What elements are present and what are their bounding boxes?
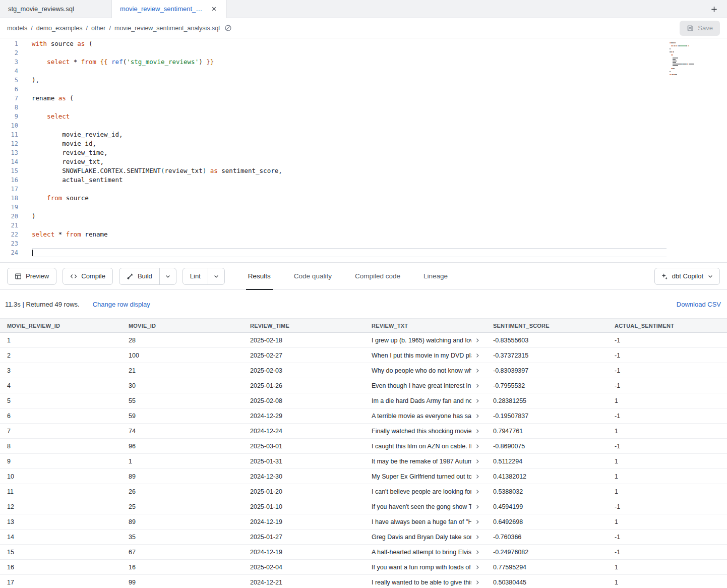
- cell-movie-review-id: 13: [0, 518, 122, 525]
- code-line[interactable]: 7rename as (: [0, 94, 727, 103]
- code-line[interactable]: 9 select: [0, 112, 727, 121]
- code-line[interactable]: 8: [0, 103, 727, 112]
- code-line[interactable]: 13 review_time,: [0, 148, 727, 157]
- tab-results[interactable]: Results: [246, 263, 273, 290]
- code-line[interactable]: 1with source as (: [0, 39, 727, 48]
- code-line[interactable]: 20): [0, 212, 727, 221]
- code-line[interactable]: 4: [0, 67, 727, 76]
- download-csv-link[interactable]: Download CSV: [677, 301, 722, 308]
- code-line[interactable]: 2: [0, 48, 727, 57]
- code-editor[interactable]: 1with source as (23 select * from {{ ref…: [0, 38, 727, 263]
- review-text: If you want a fun romp with loads of s…: [372, 564, 471, 571]
- build-button[interactable]: Build: [119, 268, 159, 284]
- code-line[interactable]: 15 SNOWFLAKE.CORTEX.SENTIMENT(review_txt…: [0, 166, 727, 175]
- cell-movie-id: 89: [122, 518, 243, 525]
- code-line[interactable]: 16 actual_sentiment: [0, 175, 727, 185]
- code-line[interactable]: 5),: [0, 76, 727, 85]
- expand-review-button[interactable]: [473, 548, 481, 556]
- expand-review-button[interactable]: [473, 578, 481, 586]
- cell-movie-id: 16: [122, 564, 243, 571]
- cell-sentiment-score: 0.28381255: [486, 397, 608, 404]
- cell-movie-id: 30: [122, 382, 243, 389]
- code-line[interactable]: 21: [0, 221, 727, 230]
- code-line[interactable]: 3 select * from {{ ref('stg_movie_review…: [0, 57, 727, 67]
- expand-review-button[interactable]: [473, 427, 481, 435]
- tab-code-quality[interactable]: Code quality: [292, 263, 334, 290]
- change-row-display-link[interactable]: Change row display: [93, 301, 150, 308]
- code-line[interactable]: 17: [0, 185, 727, 194]
- expand-review-button[interactable]: [473, 518, 481, 526]
- expand-review-button[interactable]: [473, 503, 481, 511]
- breadcrumb-segment: demo_examples: [36, 25, 83, 32]
- tab-stg-movie-reviews[interactable]: stg_movie_reviews.sql: [0, 0, 112, 18]
- query-summary: 11.3s | Returned 49 rows.: [5, 301, 80, 308]
- compile-button[interactable]: Compile: [63, 268, 113, 285]
- cell-review-txt: Greg Davis and Bryan Daly take some …: [365, 533, 486, 541]
- code-line[interactable]: 12 movie_id,: [0, 139, 727, 148]
- line-number: 23: [0, 239, 18, 248]
- expand-review-button[interactable]: [473, 488, 481, 496]
- build-label: Build: [138, 272, 152, 280]
- table-row: 5552025-02-08Im a die hard Dads Army fan…: [0, 393, 727, 408]
- save-button[interactable]: Save: [680, 21, 720, 36]
- lint-button[interactable]: Lint: [183, 268, 208, 284]
- code-line[interactable]: 24: [0, 248, 727, 257]
- cell-actual-sentiment: 1: [608, 428, 727, 435]
- tab-compiled-code[interactable]: Compiled code: [353, 263, 402, 290]
- code-line[interactable]: 14 review_txt,: [0, 157, 727, 166]
- expand-review-button[interactable]: [473, 563, 481, 571]
- column-header-review-time: REVIEW_TIME: [243, 323, 365, 329]
- code-line[interactable]: 11 movie_review_id,: [0, 130, 727, 139]
- line-number: 18: [0, 194, 18, 203]
- expand-review-button[interactable]: [473, 457, 481, 465]
- cell-review-txt: When I put this movie in my DVD playe…: [365, 351, 486, 360]
- cell-movie-review-id: 5: [0, 397, 122, 404]
- cell-review-txt: I have always been a huge fan of "Hom…: [365, 518, 486, 526]
- code-line[interactable]: 23: [0, 239, 727, 248]
- code-line[interactable]: 10: [0, 121, 727, 130]
- expand-review-button[interactable]: [473, 533, 481, 541]
- expand-review-button[interactable]: [473, 351, 481, 360]
- expand-review-button[interactable]: [473, 382, 481, 390]
- cell-actual-sentiment: -1: [608, 337, 727, 344]
- cell-review-time: 2024-12-21: [243, 579, 365, 586]
- expand-review-button[interactable]: [473, 412, 481, 420]
- line-number: 10: [0, 121, 18, 130]
- expand-review-button[interactable]: [473, 336, 481, 344]
- cell-movie-id: 67: [122, 549, 243, 556]
- line-number: 6: [0, 85, 18, 94]
- cell-sentiment-score: -0.8690075: [486, 443, 608, 450]
- code-line[interactable]: 6: [0, 85, 727, 94]
- tab-lineage[interactable]: Lineage: [421, 263, 450, 290]
- column-header-actual-sentiment: ACTUAL_SENTIMENT: [608, 323, 727, 329]
- tab-movie-review-sentiment[interactable]: movie_review_sentiment_…: [112, 0, 227, 18]
- cell-actual-sentiment: 1: [608, 564, 727, 571]
- build-split-button: Build: [119, 268, 176, 285]
- save-icon: [687, 25, 694, 32]
- lint-dropdown-button[interactable]: [208, 268, 224, 284]
- expand-review-button[interactable]: [473, 473, 481, 481]
- review-text: I really wanted to be able to give this …: [372, 579, 471, 586]
- preview-button[interactable]: Preview: [7, 268, 56, 285]
- review-text: Finally watched this shocking movie la…: [372, 428, 471, 435]
- code-line[interactable]: 19: [0, 203, 727, 212]
- expand-review-button[interactable]: [473, 367, 481, 375]
- line-number: 11: [0, 130, 18, 139]
- close-icon[interactable]: [209, 5, 218, 14]
- cell-sentiment-score: -0.19507837: [486, 413, 608, 420]
- cell-review-time: 2025-02-18: [243, 337, 365, 344]
- expand-review-button[interactable]: [473, 397, 481, 405]
- cell-movie-id: 28: [122, 337, 243, 344]
- review-text: Even though I have great interest in Bi…: [372, 382, 471, 389]
- cell-actual-sentiment: -1: [608, 382, 727, 389]
- minimap[interactable]: [670, 42, 706, 79]
- new-tab-button[interactable]: [707, 0, 721, 18]
- dbt-copilot-button[interactable]: dbt Copilot: [654, 268, 720, 285]
- code-line[interactable]: 18 from source: [0, 194, 727, 203]
- chevron-down-icon: [707, 273, 713, 279]
- code-line[interactable]: 22select * from rename: [0, 230, 727, 239]
- expand-review-button[interactable]: [473, 442, 481, 450]
- cell-sentiment-score: 0.41382012: [486, 473, 608, 480]
- build-dropdown-button[interactable]: [159, 268, 176, 284]
- cell-review-txt: I grew up (b. 1965) watching and lovin…: [365, 336, 486, 344]
